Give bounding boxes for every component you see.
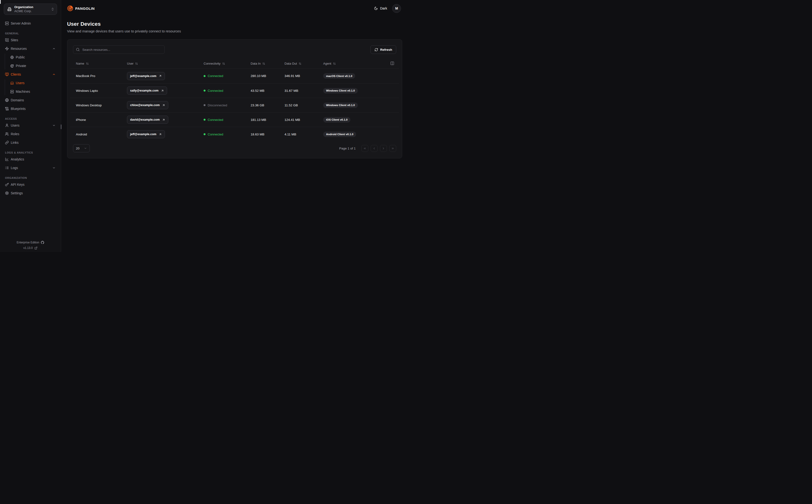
- refresh-icon: [375, 48, 378, 51]
- section-label-access: ACCESS: [5, 117, 57, 120]
- data-in-value: 181.13 MB: [251, 118, 285, 122]
- org-switcher[interactable]: Organization ACME Corp.: [4, 4, 57, 15]
- user-avatar[interactable]: M: [392, 4, 401, 13]
- sidebar-item-label: Private: [16, 64, 26, 68]
- column-header-data-out[interactable]: Data Out: [285, 62, 302, 65]
- agent-badge: iOS Client v0.1.0: [323, 117, 350, 123]
- sidebar-item-label: Settings: [11, 191, 23, 195]
- column-header-user[interactable]: User: [127, 62, 138, 65]
- edition-link[interactable]: Enterprise Edition: [17, 241, 44, 244]
- user-email: chloe@example.com: [130, 103, 160, 107]
- edition-label: Enterprise Edition: [17, 241, 39, 244]
- first-page-button[interactable]: [361, 145, 368, 152]
- column-header-agent[interactable]: Agent: [323, 62, 336, 65]
- pangolin-logo-icon: [67, 5, 73, 11]
- column-visibility-icon[interactable]: [390, 61, 394, 65]
- sidebar-item-analytics[interactable]: Analytics: [4, 155, 57, 164]
- user-link-button[interactable]: sally@example.com: [127, 87, 167, 95]
- sidebar-item-links[interactable]: Links: [4, 138, 57, 147]
- chevron-up-icon: [52, 47, 56, 50]
- sidebar-item-api-keys[interactable]: API Keys: [4, 180, 57, 189]
- sidebar-item-logs[interactable]: Logs: [4, 164, 57, 172]
- link-icon: [5, 141, 9, 144]
- server-icon: [5, 21, 9, 25]
- external-link-icon: [34, 247, 37, 250]
- sidebar-item-label: Public: [16, 55, 25, 59]
- pagination: Page 1 of 1: [339, 145, 396, 152]
- sidebar-footer: Enterprise Edition v1.13.0: [0, 241, 61, 250]
- sidebar-item-blueprints[interactable]: Blueprints: [4, 104, 57, 113]
- topbar: PANGOLIN Dark M: [67, 0, 402, 17]
- device-name: Windows Desktop: [70, 103, 127, 107]
- sidebar-item-public[interactable]: Public: [4, 53, 57, 62]
- theme-toggle-button[interactable]: Dark: [374, 6, 387, 10]
- agent-badge: Windows Client v0.1.0: [323, 88, 358, 93]
- sidebar-item-settings[interactable]: Settings: [4, 189, 57, 197]
- column-header-name[interactable]: Name: [70, 62, 89, 65]
- user-link-button[interactable]: chloe@example.com: [127, 101, 168, 109]
- sidebar-item-resources[interactable]: Resources: [4, 44, 57, 53]
- sidebar-item-server-admin[interactable]: Server Admin: [4, 19, 57, 28]
- last-page-button[interactable]: [389, 145, 396, 152]
- user-link-button[interactable]: david@example.com: [127, 116, 168, 124]
- chevron-down-icon: [52, 124, 56, 127]
- status-dot: [204, 90, 206, 92]
- sidebar-item-domains[interactable]: Domains: [4, 96, 57, 104]
- connectivity-status: Connected: [204, 74, 251, 78]
- page-size-select[interactable]: 20: [73, 144, 90, 152]
- column-header-data-in[interactable]: Data In: [251, 62, 265, 65]
- sidebar-item-clients[interactable]: Clients: [4, 70, 57, 79]
- page-size-value: 20: [76, 147, 79, 150]
- device-name: iPhone: [70, 118, 127, 122]
- globe-icon: [5, 98, 9, 102]
- resources-subgroup: Public Private: [4, 53, 57, 70]
- topbar-right: Dark M: [374, 4, 402, 13]
- sidebar-item-label: Machines: [16, 90, 30, 93]
- table-row: MacBook Pro jeff@example.com Connected 2…: [70, 69, 399, 83]
- data-in-value: 18.63 MB: [251, 133, 285, 136]
- next-page-button[interactable]: [380, 145, 387, 152]
- user-email: jeff@example.com: [130, 74, 156, 78]
- column-label: Data In: [251, 62, 261, 65]
- refresh-button[interactable]: Refresh: [370, 45, 396, 54]
- column-header-connectivity[interactable]: Connectivity: [204, 62, 225, 65]
- clients-subgroup: Users Machines: [4, 79, 57, 96]
- globe-icon: [10, 56, 14, 59]
- sidebar-item-client-users[interactable]: Users: [4, 79, 57, 87]
- chart-line-icon: [5, 157, 9, 161]
- status-dot: [204, 104, 206, 106]
- sidebar-nav: Server Admin GENERAL Sites Resources Pub…: [4, 19, 57, 197]
- section-label-logs-analytics: LOGS & ANALYTICS: [5, 151, 57, 154]
- avatar-initial: M: [395, 6, 398, 10]
- device-name: Windows Lapto: [70, 89, 127, 93]
- column-label: Data Out: [285, 62, 297, 65]
- brand[interactable]: PANGOLIN: [67, 5, 95, 11]
- scroll-text-icon: [5, 107, 9, 111]
- table-footer: 20 Page 1 of 1: [73, 144, 396, 152]
- status-dot: [204, 133, 206, 135]
- device-name: Android: [70, 133, 127, 136]
- search-input[interactable]: [73, 45, 165, 54]
- sidebar-item-label: Domains: [11, 98, 24, 102]
- sidebar-item-users[interactable]: Users: [4, 121, 57, 130]
- agent-badge: macOS Client v0.1.0: [323, 73, 355, 79]
- version-link[interactable]: v1.13.0: [23, 246, 37, 250]
- devices-table: Name User Connectivity Data In: [70, 59, 399, 141]
- data-out-value: 11.52 GB: [285, 103, 323, 107]
- previous-page-button[interactable]: [371, 145, 378, 152]
- sidebar-item-private[interactable]: Private: [4, 62, 57, 70]
- github-icon: [41, 241, 44, 244]
- sidebar-item-label: Resources: [11, 47, 27, 51]
- user-email: sally@example.com: [130, 89, 158, 92]
- sidebar-item-label: Sites: [11, 38, 18, 42]
- sidebar-item-roles[interactable]: Roles: [4, 130, 57, 138]
- status-dot: [204, 119, 206, 121]
- sidebar-item-client-machines[interactable]: Machines: [4, 87, 57, 96]
- sidebar-item-label: Analytics: [11, 157, 24, 161]
- sidebar-item-sites[interactable]: Sites: [4, 36, 57, 44]
- logs-icon: [5, 166, 9, 170]
- user-link-button[interactable]: jeff@example.com: [127, 72, 165, 80]
- user-link-button[interactable]: jeff@example.com: [127, 130, 165, 138]
- page-subtitle: View and manage devices that users use t…: [67, 29, 402, 33]
- section-label-general: GENERAL: [5, 32, 57, 35]
